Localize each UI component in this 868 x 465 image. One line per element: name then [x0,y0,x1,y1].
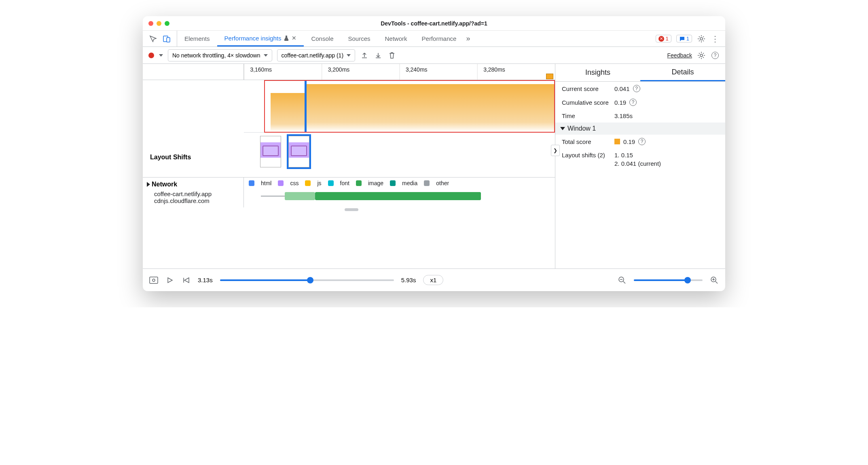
kv-value: 0.041 [614,85,630,92]
chevron-down-icon [347,54,351,57]
maximize-window-icon[interactable] [165,21,169,26]
playback-slider[interactable] [220,279,394,281]
tab-console[interactable]: Console [304,31,341,46]
layout-shifts-track[interactable] [244,80,555,177]
error-icon: ✕ [658,36,664,42]
legend-swatch-css [278,180,284,186]
record-menu-icon[interactable] [159,54,163,57]
flask-icon [284,35,289,41]
close-window-icon[interactable] [148,21,153,26]
ruler-tick: 3,200ms [328,66,350,73]
playback-speed[interactable]: x1 [423,275,443,285]
network-bar[interactable] [249,191,550,201]
kv-key: Layout shifts (2) [562,152,614,159]
cls-marker-icon[interactable] [546,74,553,79]
tab-performance[interactable]: Performance [415,31,464,46]
minimize-window-icon[interactable] [157,21,161,26]
svg-rect-4 [150,277,158,283]
help-icon[interactable]: ? [633,85,640,92]
legend-swatch-font [328,180,334,186]
recording-label: coffee-cart.netlify.app (1) [282,52,344,59]
tab-network[interactable]: Network [378,31,415,46]
devtools-window: DevTools - coffee-cart.netlify.app/?ad=1… [143,16,725,291]
network-domain[interactable]: cdnjs.cloudflare.com [154,197,243,204]
speed-label: x1 [430,277,436,283]
playback-footer: 3.13s 5.93s x1 [143,268,725,291]
layout-shift-bar[interactable] [306,84,554,132]
legend-label: html [261,180,271,186]
layout-shift-bar[interactable] [271,93,306,132]
settings-icon[interactable] [697,34,706,43]
zoom-in-icon[interactable] [710,276,719,285]
layout-shift-item[interactable]: 2. 0.041 (current) [614,160,661,167]
tab-label: Elements [184,35,210,42]
legend-swatch-media [390,180,396,186]
device-toggle-icon[interactable] [162,34,171,43]
tab-label: Performance insights [224,35,282,42]
section-label: Window 1 [567,125,596,132]
play-icon[interactable] [165,276,174,285]
kv-key: Current score [562,85,614,92]
ruler-tick: 3,280ms [483,66,505,73]
inspect-icon[interactable] [148,34,157,43]
feedback-link[interactable]: Feedback [667,52,692,59]
playhead-marker[interactable] [305,81,307,132]
expand-icon [147,182,150,187]
legend-label: font [340,180,349,186]
devtools-tabs: Elements Performance insights ✕ Console … [143,31,725,47]
upload-icon[interactable] [360,51,369,60]
throttling-select[interactable]: No network throttling, 4× slowdown [168,49,272,61]
cls-window-highlight [264,80,555,133]
error-count: 1 [666,36,669,42]
svg-point-3 [700,54,703,57]
ruler-tick: 3,160ms [250,66,272,73]
delete-icon[interactable] [387,51,396,60]
kebab-menu-icon[interactable]: ⋮ [711,34,720,43]
screenshot-thumbnail-selected[interactable] [288,136,309,167]
zoom-out-icon[interactable] [618,276,627,285]
legend-label: js [317,180,321,186]
zoom-slider[interactable] [634,279,703,281]
rewind-icon[interactable] [182,276,191,285]
help-icon[interactable]: ? [711,51,720,60]
close-tab-icon[interactable]: ✕ [292,35,296,41]
network-header[interactable]: Network [147,181,243,188]
tab-label: Performance [422,35,457,42]
screenshot-thumbnail[interactable] [260,136,281,167]
error-badge[interactable]: ✕ 1 [656,35,671,42]
legend-label: media [402,180,417,186]
svg-point-2 [700,38,703,40]
help-icon[interactable]: ? [629,99,637,106]
tab-label: Sources [348,35,370,42]
legend-label: image [368,180,383,186]
info-badge[interactable]: 1 [676,35,692,42]
details-panel: ❯ Insights Details Current score0.041? C… [555,64,725,268]
tab-performance-insights[interactable]: Performance insights ✕ [217,31,304,46]
download-icon[interactable] [374,51,383,60]
chevron-down-icon [560,127,565,130]
perf-settings-icon[interactable] [697,51,706,60]
tab-insights[interactable]: Insights [555,64,640,81]
legend-swatch-js [305,180,311,186]
window-section-header[interactable]: Window 1 [555,123,725,135]
legend-label: css [290,180,299,186]
tab-sources[interactable]: Sources [341,31,377,46]
kv-value: 0.19 [623,138,635,145]
playback-end-time: 5.93s [401,277,416,283]
recording-select[interactable]: coffee-cart.netlify.app (1) [277,49,356,61]
network-domain[interactable]: coffee-cart.netlify.app [154,190,243,197]
kv-value: 3.185s [614,112,633,119]
horizontal-scrollbar[interactable] [143,207,555,211]
screenshot-toggle-icon[interactable] [149,276,158,285]
kv-key: Time [562,112,614,119]
layout-shift-item[interactable]: 1. 0.15 [614,152,633,159]
legend-label: other [436,180,449,186]
network-section: Network coffee-cart.netlify.app cdnjs.cl… [143,178,555,207]
help-icon[interactable]: ? [638,138,646,145]
record-button[interactable] [148,53,154,58]
tab-details[interactable]: Details [640,64,725,81]
more-tabs-icon[interactable]: » [464,34,472,43]
collapse-panel-icon[interactable]: ❯ [551,145,560,156]
throttling-label: No network throttling, 4× slowdown [172,52,260,59]
tab-elements[interactable]: Elements [177,31,217,46]
